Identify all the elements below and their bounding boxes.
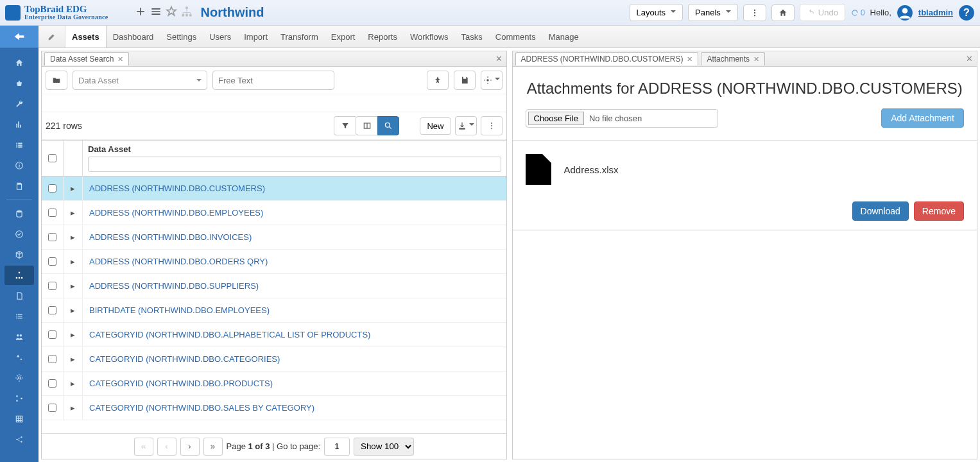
- rail-tree-icon[interactable]: [4, 389, 34, 408]
- export-button[interactable]: [455, 116, 477, 135]
- table-row[interactable]: ▸ADDRESS (NORTHWIND.DBO.INVOICES): [42, 225, 506, 250]
- more-grid-button[interactable]: [481, 116, 503, 135]
- menu-assets[interactable]: Assets: [65, 26, 107, 47]
- settings-button[interactable]: [481, 71, 503, 90]
- close-icon[interactable]: ✕: [753, 55, 759, 64]
- download-button[interactable]: Download: [852, 201, 909, 221]
- expand-icon[interactable]: ▸: [64, 176, 83, 200]
- rail-assets-icon[interactable]: [4, 266, 34, 285]
- table-row[interactable]: ▸ADDRESS (NORTHWIND.DBO.EMPLOYEES): [42, 201, 506, 225]
- asset-link[interactable]: ADDRESS (NORTHWIND.DBO.INVOICES): [89, 232, 252, 242]
- remove-button[interactable]: Remove: [914, 201, 964, 221]
- close-icon[interactable]: ✕: [117, 55, 123, 64]
- rail-info-icon[interactable]: [4, 156, 34, 175]
- tab-attachments[interactable]: Attachments ✕: [701, 52, 765, 65]
- row-checkbox[interactable]: [48, 355, 56, 363]
- table-row[interactable]: ▸ADDRESS (NORTHWIND.DBO.ORDERS QRY): [42, 250, 506, 274]
- asset-link[interactable]: CATEGORYID (NORTHWIND.DBO.SALES BY CATEG…: [89, 403, 314, 413]
- expand-icon[interactable]: ▸: [64, 323, 83, 346]
- rail-numlist-icon[interactable]: [4, 307, 34, 326]
- rail-clipboard-icon[interactable]: [4, 176, 34, 196]
- expand-icon[interactable]: ▸: [64, 201, 83, 225]
- table-row[interactable]: ▸ADDRESS (NORTHWIND.DBO.CUSTOMERS): [42, 176, 506, 201]
- rail-group-icon[interactable]: [4, 327, 34, 346]
- sync-indicator[interactable]: 0: [850, 8, 865, 17]
- rail-share-icon[interactable]: [4, 430, 34, 449]
- row-checkbox[interactable]: [48, 233, 56, 241]
- asset-link[interactable]: CATEGORYID (NORTHWIND.DBO.ALPHABETICAL L…: [89, 330, 370, 339]
- help-icon[interactable]: ?: [958, 4, 975, 21]
- asset-link[interactable]: BIRTHDATE (NORTHWIND.DBO.EMPLOYEES): [89, 305, 270, 315]
- menu-export[interactable]: Export: [325, 26, 362, 47]
- pager-first[interactable]: «: [134, 438, 153, 456]
- row-checkbox[interactable]: [48, 330, 56, 339]
- username-link[interactable]: tbladmin: [918, 8, 953, 17]
- asset-link[interactable]: ADDRESS (NORTHWIND.DBO.SUPPLIERS): [89, 281, 259, 291]
- search-button[interactable]: [377, 116, 399, 135]
- type-select[interactable]: Data Asset: [73, 71, 207, 90]
- filter-button[interactable]: [334, 116, 356, 135]
- expand-icon[interactable]: ▸: [64, 396, 83, 420]
- row-checkbox[interactable]: [48, 404, 56, 412]
- close-icon[interactable]: ✕: [687, 55, 692, 64]
- expand-icon[interactable]: ▸: [64, 250, 83, 273]
- layouts-button[interactable]: Layouts: [630, 4, 683, 21]
- rail-chart-icon[interactable]: [4, 115, 34, 134]
- row-checkbox[interactable]: [48, 306, 56, 314]
- rail-doc-icon[interactable]: [4, 286, 34, 305]
- menu-manage[interactable]: Manage: [542, 26, 585, 47]
- rail-grid-icon[interactable]: [4, 409, 34, 429]
- close-panel-icon[interactable]: ✕: [495, 54, 503, 64]
- home-button[interactable]: [771, 4, 795, 21]
- tab-asset-detail[interactable]: ADDRESS (NORTHWIND.DBO.CUSTOMERS) ✕: [515, 52, 699, 65]
- pager-goto-input[interactable]: [324, 438, 350, 456]
- table-row[interactable]: ▸ADDRESS (NORTHWIND.DBO.SUPPLIERS): [42, 274, 506, 298]
- rail-home-icon[interactable]: [4, 53, 34, 73]
- menu-comments[interactable]: Comments: [489, 26, 542, 47]
- expand-icon[interactable]: ▸: [64, 347, 83, 371]
- expand-icon[interactable]: ▸: [64, 225, 83, 249]
- table-row[interactable]: ▸CATEGORYID (NORTHWIND.DBO.ALPHABETICAL …: [42, 323, 506, 347]
- pager-prev[interactable]: ‹: [157, 438, 176, 456]
- row-checkbox[interactable]: [48, 282, 56, 290]
- table-row[interactable]: ▸BIRTHDATE (NORTHWIND.DBO.EMPLOYEES): [42, 298, 506, 323]
- add-attachment-button[interactable]: Add Attachment: [881, 108, 964, 128]
- menu-dashboard[interactable]: Dashboard: [107, 26, 160, 47]
- row-checkbox[interactable]: [48, 209, 56, 217]
- tab-data-asset-search[interactable]: Data Asset Search ✕: [44, 52, 129, 65]
- menu-workflows[interactable]: Workflows: [404, 26, 455, 47]
- row-checkbox[interactable]: [48, 257, 56, 266]
- rail-basket-icon[interactable]: [4, 74, 34, 93]
- save-button-icon[interactable]: [454, 71, 476, 90]
- rail-gears-icon[interactable]: [4, 348, 34, 367]
- asset-link[interactable]: ADDRESS (NORTHWIND.DBO.CUSTOMERS): [89, 184, 265, 193]
- select-all-checkbox[interactable]: [48, 154, 56, 162]
- expand-icon[interactable]: ▸: [64, 298, 83, 322]
- column-filter-input[interactable]: [88, 157, 501, 172]
- menu-tasks[interactable]: Tasks: [455, 26, 489, 47]
- new-button[interactable]: New: [420, 117, 451, 135]
- pin-button[interactable]: [427, 71, 449, 90]
- asset-link[interactable]: ADDRESS (NORTHWIND.DBO.EMPLOYEES): [89, 208, 263, 218]
- rail-gear-icon[interactable]: [4, 368, 34, 388]
- rail-cube-icon[interactable]: [4, 245, 34, 264]
- panels-button[interactable]: Panels: [688, 4, 738, 21]
- asset-link[interactable]: ADDRESS (NORTHWIND.DBO.ORDERS QRY): [89, 257, 268, 266]
- table-row[interactable]: ▸CATEGORYID (NORTHWIND.DBO.CATEGORIES): [42, 347, 506, 372]
- rail-list-icon[interactable]: [4, 135, 34, 155]
- rail-db-icon[interactable]: [4, 204, 34, 223]
- menu-import[interactable]: Import: [237, 26, 274, 47]
- choose-file-button[interactable]: Choose File: [528, 112, 584, 125]
- expand-icon[interactable]: ▸: [64, 274, 83, 298]
- star-icon[interactable]: [165, 5, 178, 20]
- menu-users[interactable]: Users: [203, 26, 237, 47]
- close-panel-icon[interactable]: ✕: [966, 54, 973, 64]
- undo-button[interactable]: Undo: [800, 4, 845, 21]
- collapse-sidebar-button[interactable]: [0, 26, 39, 48]
- asset-link[interactable]: CATEGORYID (NORTHWIND.DBO.CATEGORIES): [89, 354, 280, 364]
- more-button[interactable]: [743, 4, 766, 21]
- menu-reports[interactable]: Reports: [361, 26, 404, 47]
- file-picker[interactable]: Choose File No file chosen: [526, 109, 718, 128]
- row-checkbox[interactable]: [48, 184, 56, 193]
- asset-link[interactable]: CATEGORYID (NORTHWIND.DBO.PRODUCTS): [89, 379, 273, 388]
